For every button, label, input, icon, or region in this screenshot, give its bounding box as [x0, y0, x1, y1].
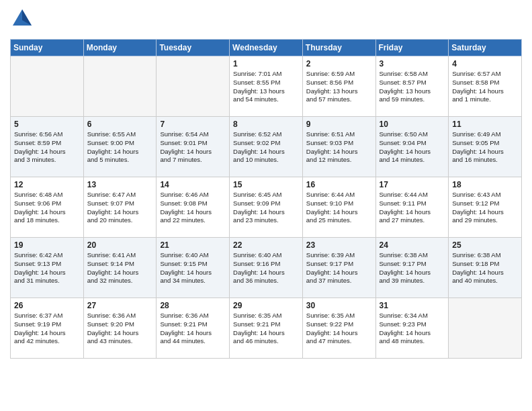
day-number: 26 [14, 301, 80, 310]
calendar-cell: 16Sunrise: 6:44 AM Sunset: 9:10 PM Dayli… [302, 177, 375, 238]
day-info: Sunrise: 6:46 AM Sunset: 9:08 PM Dayligh… [160, 191, 226, 225]
day-info: Sunrise: 6:57 AM Sunset: 8:58 PM Dayligh… [452, 70, 518, 104]
day-number: 17 [380, 180, 445, 189]
logo [10, 7, 36, 34]
day-info: Sunrise: 6:52 AM Sunset: 9:02 PM Dayligh… [233, 130, 299, 165]
day-header-wednesday: Wednesday [230, 40, 303, 56]
day-info: Sunrise: 6:59 AM Sunset: 8:56 PM Dayligh… [306, 70, 372, 104]
day-number: 6 [87, 120, 153, 129]
calendar-cell: 12Sunrise: 6:48 AM Sunset: 9:06 PM Dayli… [11, 177, 84, 238]
calendar-cell: 17Sunrise: 6:44 AM Sunset: 9:11 PM Dayli… [375, 177, 449, 238]
calendar-cell: 14Sunrise: 6:46 AM Sunset: 9:08 PM Dayli… [157, 177, 230, 238]
day-number: 14 [160, 180, 226, 189]
calendar-cell: 6Sunrise: 6:55 AM Sunset: 9:00 PM Daylig… [83, 117, 157, 177]
day-info: Sunrise: 6:41 AM Sunset: 9:14 PM Dayligh… [87, 251, 153, 285]
calendar-cell: 19Sunrise: 6:42 AM Sunset: 9:13 PM Dayli… [11, 238, 84, 298]
day-info: Sunrise: 6:47 AM Sunset: 9:07 PM Dayligh… [87, 191, 153, 225]
day-info: Sunrise: 6:44 AM Sunset: 9:10 PM Dayligh… [306, 191, 372, 225]
calendar-cell: 28Sunrise: 6:36 AM Sunset: 9:21 PM Dayli… [157, 298, 230, 359]
calendar-cell: 27Sunrise: 6:36 AM Sunset: 9:20 PM Dayli… [83, 298, 157, 359]
day-number: 10 [380, 120, 445, 129]
day-number: 25 [452, 240, 518, 250]
day-info: Sunrise: 6:54 AM Sunset: 9:01 PM Dayligh… [160, 130, 226, 165]
day-info: Sunrise: 6:38 AM Sunset: 9:17 PM Dayligh… [380, 251, 445, 285]
day-number: 5 [14, 120, 80, 129]
day-info: Sunrise: 6:56 AM Sunset: 8:59 PM Dayligh… [14, 130, 80, 165]
calendar-cell: 22Sunrise: 6:40 AM Sunset: 9:16 PM Dayli… [230, 238, 303, 298]
day-info: Sunrise: 6:50 AM Sunset: 9:04 PM Dayligh… [380, 130, 445, 165]
calendar-cell: 3Sunrise: 6:58 AM Sunset: 8:57 PM Daylig… [375, 56, 449, 117]
day-info: Sunrise: 6:51 AM Sunset: 9:03 PM Dayligh… [306, 130, 372, 165]
day-info: Sunrise: 6:36 AM Sunset: 9:21 PM Dayligh… [160, 312, 226, 346]
day-number: 7 [160, 120, 226, 129]
day-number: 2 [306, 59, 372, 68]
day-header-tuesday: Tuesday [157, 40, 230, 56]
calendar-cell: 11Sunrise: 6:49 AM Sunset: 9:05 PM Dayli… [449, 117, 522, 177]
day-number: 19 [14, 240, 80, 250]
day-number: 27 [87, 301, 153, 310]
day-number: 4 [452, 59, 518, 68]
day-info: Sunrise: 6:42 AM Sunset: 9:13 PM Dayligh… [14, 251, 80, 285]
week-row-5: 26Sunrise: 6:37 AM Sunset: 9:19 PM Dayli… [11, 298, 522, 359]
day-number: 29 [233, 301, 299, 310]
day-header-sunday: Sunday [11, 40, 84, 56]
day-info: Sunrise: 6:34 AM Sunset: 9:23 PM Dayligh… [380, 312, 445, 346]
day-info: Sunrise: 6:37 AM Sunset: 9:19 PM Dayligh… [14, 312, 80, 346]
calendar-cell: 4Sunrise: 6:57 AM Sunset: 8:58 PM Daylig… [449, 56, 522, 117]
day-info: Sunrise: 6:48 AM Sunset: 9:06 PM Dayligh… [14, 191, 80, 225]
day-number: 28 [160, 301, 226, 310]
calendar-cell: 29Sunrise: 6:35 AM Sunset: 9:21 PM Dayli… [230, 298, 303, 359]
day-info: Sunrise: 6:45 AM Sunset: 9:09 PM Dayligh… [233, 191, 299, 225]
calendar-cell: 10Sunrise: 6:50 AM Sunset: 9:04 PM Dayli… [375, 117, 449, 177]
day-header-saturday: Saturday [449, 40, 522, 56]
calendar-cell: 13Sunrise: 6:47 AM Sunset: 9:07 PM Dayli… [83, 177, 157, 238]
days-header-row: SundayMondayTuesdayWednesdayThursdayFrid… [11, 40, 522, 56]
calendar-cell: 9Sunrise: 6:51 AM Sunset: 9:03 PM Daylig… [302, 117, 375, 177]
day-info: Sunrise: 6:49 AM Sunset: 9:05 PM Dayligh… [452, 130, 518, 165]
day-info: Sunrise: 7:01 AM Sunset: 8:55 PM Dayligh… [233, 70, 299, 104]
day-number: 30 [306, 301, 372, 310]
day-info: Sunrise: 6:43 AM Sunset: 9:12 PM Dayligh… [452, 191, 518, 225]
day-info: Sunrise: 6:55 AM Sunset: 9:00 PM Dayligh… [87, 130, 153, 165]
week-row-4: 19Sunrise: 6:42 AM Sunset: 9:13 PM Dayli… [11, 238, 522, 298]
day-info: Sunrise: 6:39 AM Sunset: 9:17 PM Dayligh… [306, 251, 372, 285]
day-header-friday: Friday [375, 40, 449, 56]
day-number: 12 [14, 180, 80, 189]
day-number: 23 [306, 240, 372, 250]
calendar-cell: 26Sunrise: 6:37 AM Sunset: 9:19 PM Dayli… [11, 298, 84, 359]
day-number: 8 [233, 120, 299, 129]
day-header-monday: Monday [83, 40, 157, 56]
day-number: 16 [306, 180, 372, 189]
day-info: Sunrise: 6:40 AM Sunset: 9:15 PM Dayligh… [160, 251, 226, 285]
day-info: Sunrise: 6:40 AM Sunset: 9:16 PM Dayligh… [233, 251, 299, 285]
day-number: 3 [380, 59, 445, 68]
day-number: 15 [233, 180, 299, 189]
calendar-cell: 25Sunrise: 6:38 AM Sunset: 9:18 PM Dayli… [449, 238, 522, 298]
day-number: 9 [306, 120, 372, 129]
day-number: 18 [452, 180, 518, 189]
day-number: 31 [380, 301, 445, 310]
day-header-thursday: Thursday [302, 40, 375, 56]
day-number: 20 [87, 240, 153, 250]
calendar-cell: 2Sunrise: 6:59 AM Sunset: 8:56 PM Daylig… [302, 56, 375, 117]
week-row-3: 12Sunrise: 6:48 AM Sunset: 9:06 PM Dayli… [11, 177, 522, 238]
calendar-cell: 23Sunrise: 6:39 AM Sunset: 9:17 PM Dayli… [302, 238, 375, 298]
day-number: 24 [380, 240, 445, 250]
calendar-cell [157, 56, 230, 117]
calendar-cell [449, 298, 522, 359]
calendar-cell: 30Sunrise: 6:35 AM Sunset: 9:22 PM Dayli… [302, 298, 375, 359]
day-info: Sunrise: 6:35 AM Sunset: 9:22 PM Dayligh… [306, 312, 372, 346]
header [10, 7, 522, 34]
day-number: 21 [160, 240, 226, 250]
day-number: 11 [452, 120, 518, 129]
day-number: 13 [87, 180, 153, 189]
calendar-cell: 7Sunrise: 6:54 AM Sunset: 9:01 PM Daylig… [157, 117, 230, 177]
day-info: Sunrise: 6:44 AM Sunset: 9:11 PM Dayligh… [380, 191, 445, 225]
calendar-cell [83, 56, 157, 117]
calendar-cell: 15Sunrise: 6:45 AM Sunset: 9:09 PM Dayli… [230, 177, 303, 238]
calendar-cell: 1Sunrise: 7:01 AM Sunset: 8:55 PM Daylig… [230, 56, 303, 117]
day-info: Sunrise: 6:38 AM Sunset: 9:18 PM Dayligh… [452, 251, 518, 285]
calendar-cell: 20Sunrise: 6:41 AM Sunset: 9:14 PM Dayli… [83, 238, 157, 298]
logo-icon [10, 7, 34, 31]
calendar-cell: 21Sunrise: 6:40 AM Sunset: 9:15 PM Dayli… [157, 238, 230, 298]
